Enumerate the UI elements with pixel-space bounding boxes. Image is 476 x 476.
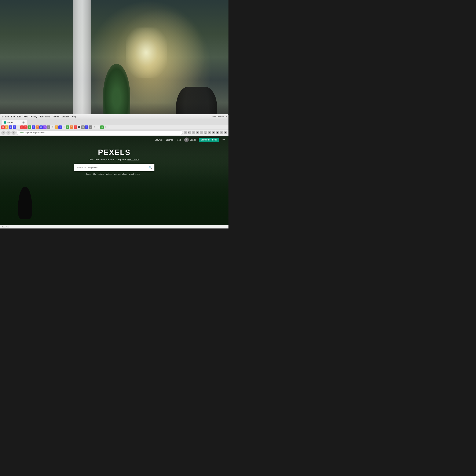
contribute-photos-button[interactable]: Contribute Photos xyxy=(199,138,220,142)
ext-icon-20[interactable]: A xyxy=(74,125,77,129)
search-tag-meeting[interactable]: meeting xyxy=(114,173,120,175)
url-text: https://www.pexels.com xyxy=(25,132,45,134)
reload-button[interactable]: ↻ xyxy=(11,131,16,135)
search-bar[interactable]: 🔍 xyxy=(74,164,154,171)
search-tag-wood[interactable]: wood xyxy=(129,173,134,175)
learn-more-link[interactable]: Learn more xyxy=(127,158,139,161)
ext-icon-12[interactable]: M xyxy=(43,125,47,129)
menu-window[interactable]: Window xyxy=(62,116,70,118)
ext-icon-11[interactable]: M xyxy=(39,125,43,129)
ext-bm-6[interactable]: ◉ xyxy=(216,131,219,134)
ext-icon-14[interactable]: ⬡ xyxy=(51,125,54,129)
ext-bm-2[interactable]: P xyxy=(200,131,203,134)
ext-icon-23[interactable]: M xyxy=(85,125,88,129)
ext-icon-24[interactable]: M xyxy=(89,125,92,129)
ext-icon-3[interactable]: C xyxy=(9,125,12,129)
search-tags: house blur training vintage meeting phon… xyxy=(86,173,142,175)
monitor-screen: chrome File Edit View History Bookmarks … xyxy=(0,114,228,228)
secure-icon: Secure xyxy=(19,132,24,134)
ext-icon-2[interactable]: G xyxy=(5,125,8,129)
browse-chevron-icon: ▾ xyxy=(162,139,163,141)
ext-icon-22[interactable]: M xyxy=(81,125,85,129)
menu-people[interactable]: People xyxy=(53,116,59,118)
site-nav: Browse ▾ License Tools D Daniel Contribu… xyxy=(0,136,228,144)
nav-links: Browse ▾ License Tools D Daniel Contribu… xyxy=(155,137,225,142)
ext-icon-19[interactable]: A xyxy=(70,125,73,129)
extensions-toolbar: M G C T ● P Y E T P M M M ⬡ ★ S ⚙ G A A xyxy=(0,125,228,130)
ext-icon-8[interactable]: E xyxy=(28,125,31,129)
search-tag-more[interactable]: more → xyxy=(136,173,142,175)
os-menu-bar: chrome File Edit View History Bookmarks … xyxy=(0,114,228,119)
search-tag-phone[interactable]: phone xyxy=(122,173,128,175)
search-tag-training[interactable]: training xyxy=(98,173,104,175)
browse-nav-item[interactable]: Browse ▾ xyxy=(155,139,163,141)
tools-nav-item[interactable]: Tools xyxy=(176,139,181,141)
ext-bm-5[interactable]: ● xyxy=(212,131,215,134)
search-tag-house[interactable]: house xyxy=(86,173,92,175)
menu-history[interactable]: History xyxy=(31,116,37,118)
bookmark-icons: ☆ 🛡 P ● P ⬡ I ● ◉ ⚙ ● xyxy=(184,131,227,134)
address-input[interactable]: Secure https://www.pexels.com xyxy=(17,130,183,135)
window-light xyxy=(126,28,167,78)
user-name: Daniel xyxy=(190,139,196,141)
ext-icon-29[interactable]: × xyxy=(108,125,111,129)
menu-help[interactable]: Help xyxy=(72,116,76,118)
ext-icon-18[interactable]: G xyxy=(66,125,69,129)
address-bar-row: ‹ › ↻ Secure https://www.pexels.com ☆ 🛡 … xyxy=(0,130,228,136)
star-icon[interactable]: ☆ xyxy=(184,131,187,134)
tab-favicon xyxy=(4,121,6,123)
ext-icon-21[interactable]: ⬛ xyxy=(77,125,81,129)
nav-more-icon[interactable]: ••• xyxy=(222,138,225,141)
menu-bookmarks[interactable]: Bookmarks xyxy=(40,116,50,118)
menu-view[interactable]: View xyxy=(23,116,28,118)
tab-label: Pexels xyxy=(7,121,13,123)
back-button[interactable]: ‹ xyxy=(1,131,5,135)
ext-bm-3[interactable]: ⬡ xyxy=(204,131,207,134)
ext-bm-7[interactable]: ⚙ xyxy=(220,131,223,134)
ext-icon-27[interactable]: ◉ xyxy=(100,125,104,129)
browser-status-bar: Searches xyxy=(0,225,228,228)
clock: Wed 16:15 xyxy=(218,116,227,118)
ext-icon-15[interactable]: ★ xyxy=(55,125,58,129)
search-input[interactable] xyxy=(77,167,147,169)
ext-icon-10[interactable]: P xyxy=(35,125,39,129)
pocket-icon[interactable]: P xyxy=(192,131,195,134)
ext-bm-1[interactable]: ● xyxy=(196,131,199,134)
ext-icon-25[interactable]: ⬡ xyxy=(93,125,96,129)
ext-icon-17[interactable]: ⚙ xyxy=(62,125,66,129)
ext-icon-6[interactable]: P xyxy=(20,125,24,129)
ext-bm-4[interactable]: I xyxy=(208,131,211,134)
browser-tabs-bar: Pexels × xyxy=(0,119,228,125)
os-menu-left: chrome File Edit View History Bookmarks … xyxy=(2,116,76,118)
user-nav-item[interactable]: D Daniel xyxy=(184,137,196,142)
ext-icon-28[interactable]: ⚙ xyxy=(104,125,107,129)
status-text: Searches xyxy=(2,226,9,228)
search-tag-vintage[interactable]: vintage xyxy=(106,173,112,175)
ext-icon-7[interactable]: Y xyxy=(24,125,28,129)
monitor-frame: chrome File Edit View History Bookmarks … xyxy=(0,114,228,228)
tab-close-button[interactable]: × xyxy=(22,121,25,124)
shield-icon[interactable]: 🛡 xyxy=(188,131,191,134)
ext-icon-26[interactable]: ● xyxy=(97,125,100,129)
app-name-chrome: chrome xyxy=(2,116,9,118)
site-title: PEXELS xyxy=(98,148,131,157)
os-bar-right: 100% Wed 16:15 xyxy=(212,116,227,118)
forward-button[interactable]: › xyxy=(6,131,11,135)
ext-bm-8[interactable]: ● xyxy=(224,131,227,134)
ext-icon-16[interactable]: S xyxy=(58,125,62,129)
site-tagline: Best free stock photos in one place. Lea… xyxy=(89,158,139,161)
user-avatar: D xyxy=(184,137,189,142)
ext-icon-5[interactable]: ● xyxy=(17,125,20,129)
battery-indicator: 100% xyxy=(212,116,216,118)
search-icon: 🔍 xyxy=(149,166,152,169)
ext-icon-1[interactable]: M xyxy=(1,125,5,129)
menu-file[interactable]: File xyxy=(11,116,15,118)
search-tag-blur[interactable]: blur xyxy=(93,173,96,175)
ext-icon-9[interactable]: T xyxy=(32,125,35,129)
hero-content: PEXELS Best free stock photos in one pla… xyxy=(0,144,228,175)
ext-icon-4[interactable]: T xyxy=(13,125,16,129)
browser-tab-pexels[interactable]: Pexels × xyxy=(2,120,27,125)
license-nav-item[interactable]: License xyxy=(166,139,173,141)
ext-icon-13[interactable]: M xyxy=(47,125,50,129)
menu-edit[interactable]: Edit xyxy=(17,116,21,118)
